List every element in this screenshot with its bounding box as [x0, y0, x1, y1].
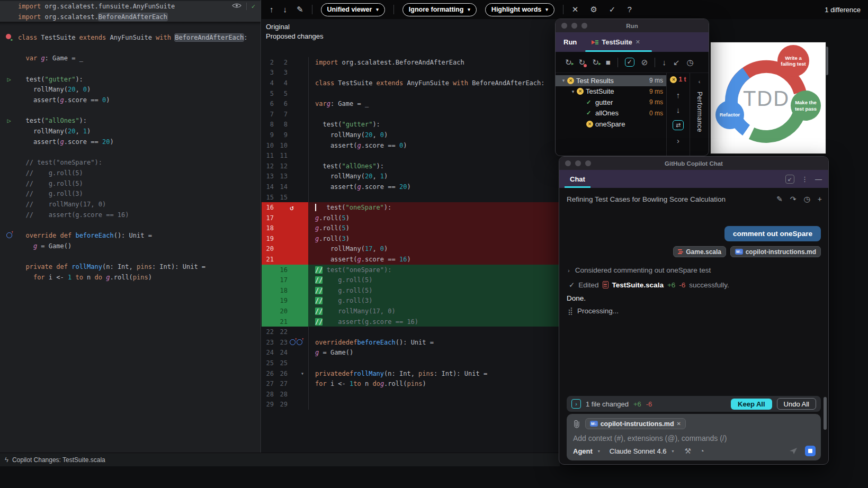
- chat-input-placeholder[interactable]: Add context (#), extensions (@), command…: [573, 434, 815, 442]
- rename-icon[interactable]: ✎: [776, 195, 783, 203]
- model-select[interactable]: Claude Sonnet 4.6: [610, 447, 667, 455]
- tree-expand-icon[interactable]: ▾: [569, 89, 577, 94]
- diff-row-del: 19 g.roll(3): [262, 233, 560, 244]
- attachment-chip[interactable]: M↓ copilot-instructions.md ✕: [585, 418, 686, 429]
- scroll-down-icon[interactable]: ↓: [676, 105, 681, 114]
- override-gutter-icon[interactable]: [0, 232, 18, 238]
- diff-code-text: test("gutter"):: [308, 120, 560, 130]
- tab-chat[interactable]: Chat: [568, 170, 587, 188]
- editor-code-text: for i <- 1 to n do g.roll(pins): [18, 274, 152, 281]
- new-chat-icon[interactable]: +: [818, 195, 822, 203]
- thought-collapsible[interactable]: › Considered commenting out oneSpare tes…: [568, 266, 711, 274]
- scroll-up-icon[interactable]: ↑: [676, 91, 681, 100]
- usage-icon[interactable]: ◔: [700, 447, 704, 455]
- test-tree-row[interactable]: ▾✕Test Results9 ms: [556, 75, 666, 86]
- test-tree-row[interactable]: ▾✕TestSuite9 ms: [556, 86, 666, 97]
- chat-scrollbar[interactable]: [824, 397, 827, 430]
- chat-window-titlebar[interactable]: GitHub Copilot Chat: [559, 157, 828, 170]
- processing-row: ⣾ Processing...: [568, 306, 619, 315]
- edit-icon[interactable]: ✎: [297, 5, 303, 14]
- show-passed-icon[interactable]: ✓: [625, 58, 634, 67]
- formatting-select[interactable]: Ignore formatting▾: [402, 3, 477, 16]
- override-icon[interactable]: [297, 339, 302, 345]
- diff-row-add: 18 // g.roll(5): [262, 285, 560, 296]
- send-icon[interactable]: [789, 447, 798, 455]
- sort-icon[interactable]: ↓: [662, 58, 666, 66]
- auto-test-icon[interactable]: ↻▸: [592, 58, 599, 66]
- open-in-editor-icon[interactable]: ↙: [785, 175, 794, 184]
- chat-input[interactable]: M↓ copilot-instructions.md ✕ Add context…: [567, 414, 821, 460]
- play-gutter-icon[interactable]: ▷: [0, 117, 18, 124]
- help-icon[interactable]: ?: [627, 5, 631, 14]
- rerun-failed-icon[interactable]: ↻: [579, 58, 586, 66]
- run-tool-window[interactable]: Run Run TestSuite ✕ ↻▸↻↻▸■✓⊘↓↙◷ ▾✕Test R…: [555, 19, 709, 156]
- apply-icon[interactable]: ✓: [609, 5, 616, 14]
- restore-icon[interactable]: ↷: [790, 195, 797, 203]
- mode-select[interactable]: Agent: [573, 447, 593, 455]
- editor-pane[interactable]: import org.scalatest.funsuite.AnyFunSuit…: [0, 0, 261, 453]
- traffic-light-buttons[interactable]: [565, 160, 591, 166]
- history-icon[interactable]: ◷: [687, 58, 694, 66]
- rerun-icon[interactable]: ↻▸: [565, 58, 572, 66]
- diff-pane[interactable]: Original Proposed changes 22import org.s…: [262, 19, 560, 453]
- collapse-chevron-icon[interactable]: ‹: [699, 78, 701, 85]
- tree-expand-icon[interactable]: ▾: [560, 78, 567, 83]
- settings-icon[interactable]: ⚙: [590, 5, 597, 14]
- edited-file-name[interactable]: TestSuite.scala: [612, 281, 664, 289]
- line-number-new: 21: [275, 318, 289, 326]
- test-tree-row[interactable]: ✕oneSpare: [556, 119, 666, 130]
- line-number-new: 8: [275, 121, 289, 128]
- tab-testsuite[interactable]: TestSuite ✕: [587, 32, 645, 52]
- stop-button[interactable]: [805, 446, 816, 456]
- close-tab-icon[interactable]: ✕: [636, 39, 640, 46]
- history-icon[interactable]: ◷: [804, 195, 810, 203]
- diff-code-text: [308, 88, 560, 99]
- performance-tab-strip[interactable]: ‹ Performance: [690, 73, 709, 156]
- line-number-old: 19: [262, 235, 275, 242]
- performance-tab-label[interactable]: Performance: [696, 92, 703, 132]
- keep-all-button[interactable]: Keep All: [731, 399, 772, 410]
- run-window-titlebar[interactable]: Run: [556, 19, 709, 32]
- play-gutter-icon[interactable]: ▷: [0, 76, 18, 83]
- context-chip[interactable]: M↓copilot-instructions.md: [730, 246, 821, 257]
- line-number-new: 16: [275, 266, 289, 274]
- paperclip-icon[interactable]: [573, 420, 580, 428]
- stop-icon[interactable]: ■: [606, 58, 611, 66]
- test-results-tree[interactable]: ▾✕Test Results9 ms▾✕TestSuite9 ms✓gutter…: [556, 73, 666, 156]
- test-tree-row[interactable]: ✓gutter9 ms: [556, 97, 666, 108]
- import-results-icon[interactable]: ↙: [673, 58, 680, 66]
- prev-change-icon[interactable]: ↑: [270, 5, 274, 14]
- inspections-ok-icon[interactable]: ✓: [252, 3, 255, 10]
- diff-code-text: var g: Game = _: [308, 98, 560, 109]
- context-chip[interactable]: Game.scala: [673, 246, 726, 257]
- copilot-chat-window[interactable]: GitHub Copilot Chat Chat ↙⋮— Refining Te…: [559, 156, 829, 465]
- revert-change-icon[interactable]: ↺: [290, 204, 294, 212]
- lines-added: +6: [667, 281, 675, 289]
- traffic-light-buttons[interactable]: [561, 23, 587, 29]
- next-change-icon[interactable]: ↓: [283, 5, 288, 14]
- highlight-select[interactable]: Highlight words▾: [485, 3, 554, 16]
- runclass-gutter-icon[interactable]: ▸: [0, 34, 18, 41]
- override-icon[interactable]: [290, 339, 296, 345]
- more-options-icon[interactable]: ⋮: [801, 175, 808, 183]
- show-ignored-icon[interactable]: ⊘: [641, 58, 648, 66]
- minimize-icon[interactable]: —: [815, 175, 822, 183]
- collapse-icon[interactable]: ✕: [572, 5, 579, 14]
- divider: [246, 3, 247, 10]
- expand-icon[interactable]: ›: [677, 136, 679, 145]
- diff-row-del: 16↺ test("oneSpare"):: [262, 202, 560, 213]
- undo-all-button[interactable]: Undo All: [777, 398, 816, 410]
- editor-line: g = Game(): [0, 241, 261, 251]
- inspection-eye-icon[interactable]: [232, 3, 241, 10]
- expand-changes-icon[interactable]: ›: [571, 399, 581, 409]
- tools-icon[interactable]: ⚒: [685, 447, 692, 455]
- viewer-select[interactable]: Unified viewer▾: [321, 3, 385, 16]
- autoscroll-icon[interactable]: ⇄: [673, 120, 684, 130]
- active-tab-underline: [585, 50, 652, 52]
- diff-row-add: 16 // test("oneSpare"):: [262, 265, 560, 275]
- remove-attachment-icon[interactable]: ✕: [677, 421, 681, 427]
- run-toolwindow-label: Run: [563, 38, 577, 46]
- collapse-region-icon[interactable]: ▾: [301, 370, 306, 376]
- run-toolbar: ↻▸↻↻▸■✓⊘↓↙◷: [556, 52, 709, 73]
- test-tree-row[interactable]: ✓allOnes0 ms: [556, 108, 666, 119]
